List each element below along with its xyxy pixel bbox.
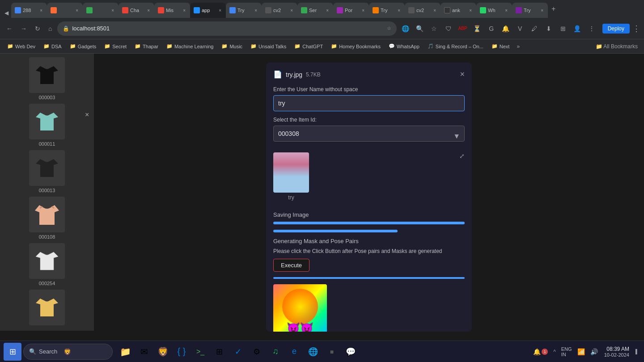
url-bar[interactable]: 🔒 localhost:8501 ☆ [57,21,396,36]
clothing-item-000013[interactable]: 000013 [4,150,90,193]
taskbar-check[interactable]: ✓ [229,343,247,361]
tray-show-desktop[interactable]: ▌ [634,348,640,355]
clock-area[interactable]: 08:39 AM 10-02-2024 [602,345,632,358]
taskbar-settings[interactable]: ⚙ [248,343,266,361]
tab-close-11[interactable]: × [397,8,401,13]
tab-close-12[interactable]: × [432,8,437,13]
sidebar-close-button[interactable]: × [85,111,89,119]
tab-2[interactable]: × [47,3,83,18]
tray-network[interactable]: 📶 [576,347,587,356]
new-tab-button[interactable]: + [548,5,559,13]
taskbar-email[interactable]: ✉ [135,343,153,361]
reload-button[interactable]: ↻ [32,23,43,34]
bookmark-sing-record[interactable]: 🎵 Sing & Record – On... [424,42,487,50]
tab-11[interactable]: Try × [369,3,405,18]
tab-close-7[interactable]: × [254,8,258,13]
download-icon[interactable]: ⬇ [542,22,555,35]
tab-3[interactable]: × [83,3,119,18]
bookmark-music[interactable]: 📁 Music [218,42,246,50]
star-icon[interactable]: ☆ [387,25,391,31]
tab-close-4[interactable]: × [146,8,151,13]
bookmark-ml[interactable]: 📁 Machine Learning [163,42,217,50]
ext1-icon[interactable]: 🔔 [500,22,512,35]
ext3-icon[interactable]: 🖊 [528,22,541,35]
bookmark-web-dev[interactable]: 📁 Web Dev [4,42,39,50]
bookmark-next[interactable]: 📁 Next [488,42,513,50]
tab-15[interactable]: Try × [512,3,548,18]
tab-close-10[interactable]: × [361,8,365,13]
taskbar-file-explorer[interactable]: 📁 [116,343,134,361]
bookmark-whatsapp[interactable]: 💬 WhatsApp [385,42,423,50]
timer-icon[interactable]: ⏳ [471,22,483,35]
expand-icon[interactable]: ⤢ [459,152,465,160]
taskbar-tiles[interactable]: ⊞ [210,343,228,361]
forward-button[interactable]: → [18,23,30,34]
bookmark-chatgpt[interactable]: 📁 ChatGPT [291,42,326,50]
tab-4[interactable]: Cha × [119,3,154,18]
header-menu-button[interactable]: ⋮ [632,24,640,34]
translate-icon[interactable]: 🌐 [399,22,412,35]
tab-close-6[interactable]: × [218,8,222,13]
tray-sound[interactable]: 🔊 [589,347,600,356]
bookmark-unsaid[interactable]: 📁 Unsaid Talks [247,42,290,50]
search-icon[interactable]: 🔍 [414,22,426,35]
itemid-select[interactable]: 000308 000003 000011 000013 000108 00025… [273,126,465,142]
tab-13[interactable]: ank × [441,3,476,18]
tab-scroll-left[interactable]: ◀ [2,8,11,18]
translate2-icon[interactable]: G [485,22,498,35]
clothing-item-000011[interactable]: 000011 [4,104,90,147]
all-bookmarks[interactable]: 📁 All Bookmarks [593,42,640,51]
tab-close-15[interactable]: × [540,8,544,13]
tab-14[interactable]: Wh × [476,3,512,18]
tab-close-3[interactable]: × [110,8,115,13]
clothing-item-000003[interactable]: 000003 [4,57,90,100]
clothing-item-extra[interactable] [4,290,90,327]
tab-7[interactable]: Try × [226,3,262,18]
username-input[interactable] [273,95,465,111]
bookmark-secret[interactable]: 📁 Secret [101,42,130,50]
taskbar-brave[interactable]: 🦁 [154,343,172,361]
bookmark-gadgets[interactable]: 📁 Gadgets [66,42,100,50]
taskbar-whatsapp[interactable]: 💬 [342,343,360,361]
tab-close-13[interactable]: × [468,8,473,13]
dialog-close-button[interactable]: × [460,70,465,79]
bookmark-icon[interactable]: ☆ [428,22,441,35]
bookmark-homey[interactable]: 📁 Homey Bookmarks [327,42,384,50]
tab-9[interactable]: Ser × [297,3,333,18]
taskbar-chrome[interactable]: 🌐 [304,343,322,361]
tab-5[interactable]: Mis × [154,3,190,18]
sidebar-toggle-icon[interactable]: ⊞ [557,22,569,35]
tab-12[interactable]: cv2 × [405,3,441,18]
tab-close-9[interactable]: × [325,8,330,13]
clothing-item-000254[interactable]: 000254 [4,243,90,286]
tab-8[interactable]: cv2 × [262,3,297,18]
taskbar-search[interactable]: 🔍 Search 🦁 [23,344,113,360]
start-button[interactable]: ⊞ [4,343,21,361]
profile-icon[interactable]: 👤 [571,22,584,35]
tray-notifications[interactable]: 🔔 1 [531,347,550,356]
taskbar-terminal[interactable]: >_ [191,343,209,361]
tab-close-8[interactable]: × [289,8,294,13]
execute-button[interactable]: Execute [273,259,309,272]
deploy-button[interactable]: Deploy [602,24,630,34]
tab-close-2[interactable]: × [75,8,79,13]
tab-close-1[interactable]: × [39,8,43,13]
taskbar-cmd[interactable]: ■ [323,343,341,361]
taskbar-edge[interactable]: e [285,343,303,361]
ext2-icon[interactable]: V [514,22,526,35]
bookmark-dsa[interactable]: 📁 DSA [40,42,65,50]
tab-1[interactable]: 288 × [11,3,47,18]
shield-icon[interactable]: 🛡 [442,22,455,35]
more-bookmarks[interactable]: » [514,42,522,51]
menu-icon[interactable]: ⋮ [585,22,598,35]
tab-10[interactable]: Por × [333,3,369,18]
taskbar-spotify[interactable]: ♫ [267,343,284,361]
tab-6-active[interactable]: app × [190,3,226,18]
home-button[interactable]: ⌂ [46,23,55,34]
bookmark-thapar[interactable]: 📁 Thapar [131,42,162,50]
tray-caret[interactable]: ^ [551,348,558,356]
back-button[interactable]: ← [4,23,15,34]
tab-close-14[interactable]: × [504,8,508,13]
clothing-item-000108[interactable]: 000108 [4,197,90,240]
taskbar-vscode[interactable]: { } [173,343,191,361]
